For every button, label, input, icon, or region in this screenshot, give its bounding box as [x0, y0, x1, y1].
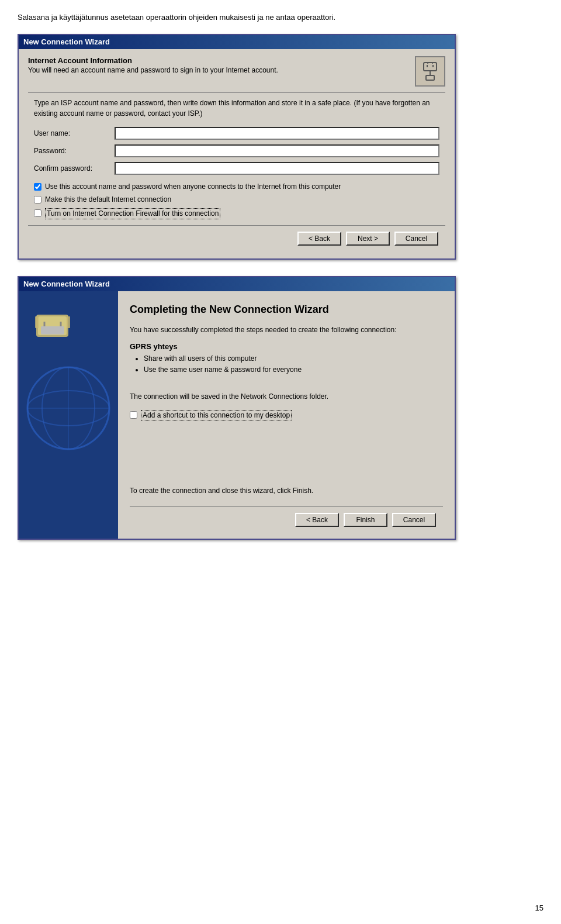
back-button[interactable]: < Back — [297, 232, 341, 246]
section-title: Internet Account Information — [28, 56, 415, 65]
dialog2-window: New Connection Wizard — [18, 276, 456, 540]
wizard-left-svg — [19, 291, 118, 537]
dialog2-back-button[interactable]: < Back — [295, 513, 339, 527]
dialog1-titlebar: New Connection Wizard — [19, 35, 455, 49]
shortcut-checkbox[interactable] — [130, 411, 137, 419]
bullet-list: Share with all users of this computer Us… — [130, 353, 443, 375]
section-subtitle: You will need an account name and passwo… — [28, 66, 415, 74]
dialog2-title: New Connection Wizard — [23, 280, 110, 288]
next-button[interactable]: Next > — [346, 232, 390, 246]
checkbox3-label: Turn on Internet Connection Firewall for… — [45, 208, 220, 219]
confirm-label: Confirm password: — [34, 164, 110, 173]
wizard-body: Completing the New Connection Wizard You… — [19, 291, 455, 539]
dialog1-body: Internet Account Information You will ne… — [19, 49, 455, 258]
password-input[interactable] — [115, 144, 439, 157]
username-input[interactable] — [115, 127, 439, 140]
section-header-text: Internet Account Information You will ne… — [28, 56, 415, 74]
cancel-button[interactable]: Cancel — [394, 232, 438, 246]
dialog1-title: New Connection Wizard — [23, 37, 110, 46]
network-icon — [415, 56, 445, 87]
password-label: Password: — [34, 147, 110, 155]
wizard-right-panel: Completing the New Connection Wizard You… — [118, 291, 455, 539]
svg-rect-17 — [41, 326, 64, 335]
dialog2-cancel-button[interactable]: Cancel — [392, 513, 436, 527]
confirm-input[interactable] — [115, 162, 439, 175]
shortcut-label: Add a shortcut to this connection to my … — [141, 410, 292, 421]
intro-text: Salasana ja käyttäjätunnus asetetaan ope… — [18, 12, 543, 23]
description-text: Type an ISP account name and password, t… — [28, 98, 445, 119]
connection-name: GPRS yhteys — [130, 342, 443, 351]
checkbox1-label: Use this account name and password when … — [45, 182, 341, 192]
checkbox3-row: Turn on Internet Connection Firewall for… — [34, 208, 439, 219]
svg-rect-18 — [35, 316, 39, 328]
form-grid: User name: Password: Confirm password: — [28, 127, 445, 175]
checkbox2[interactable] — [34, 196, 41, 204]
saved-text: The connection will be saved in the Netw… — [130, 391, 443, 402]
shortcut-checkbox-row: Add a shortcut to this connection to my … — [130, 410, 443, 421]
wizard-left-panel — [19, 291, 118, 539]
finish-text: To create the connection and close this … — [130, 487, 443, 495]
page-number: 15 — [535, 904, 543, 912]
svg-rect-2 — [426, 75, 434, 80]
checkbox2-row: Make this the default Internet connectio… — [34, 195, 439, 205]
checkbox1[interactable] — [34, 183, 41, 191]
section-header: Internet Account Information You will ne… — [28, 56, 445, 87]
finish-button[interactable]: Finish — [344, 513, 387, 527]
bullet-item-2: Use the same user name & password for ev… — [144, 364, 443, 375]
checkbox3[interactable] — [34, 209, 41, 217]
dialog2-button-row: < Back Finish Cancel — [130, 506, 443, 533]
network-svg-icon — [419, 60, 441, 82]
username-label: User name: — [34, 129, 110, 137]
dialog2-titlebar: New Connection Wizard — [19, 277, 455, 291]
checkbox2-label: Make this the default Internet connectio… — [45, 195, 171, 205]
svg-rect-19 — [67, 316, 70, 328]
wizard-heading: Completing the New Connection Wizard — [130, 303, 443, 316]
dialog1-window: New Connection Wizard Internet Account I… — [18, 34, 456, 260]
svg-rect-0 — [424, 63, 437, 71]
bullet-item-1: Share with all users of this computer — [144, 353, 443, 364]
wizard-desc: You have successfully completed the step… — [130, 325, 443, 335]
checkbox1-row: Use this account name and password when … — [34, 182, 439, 192]
section-divider — [28, 92, 445, 93]
dialog1-button-row: < Back Next > Cancel — [28, 225, 445, 251]
